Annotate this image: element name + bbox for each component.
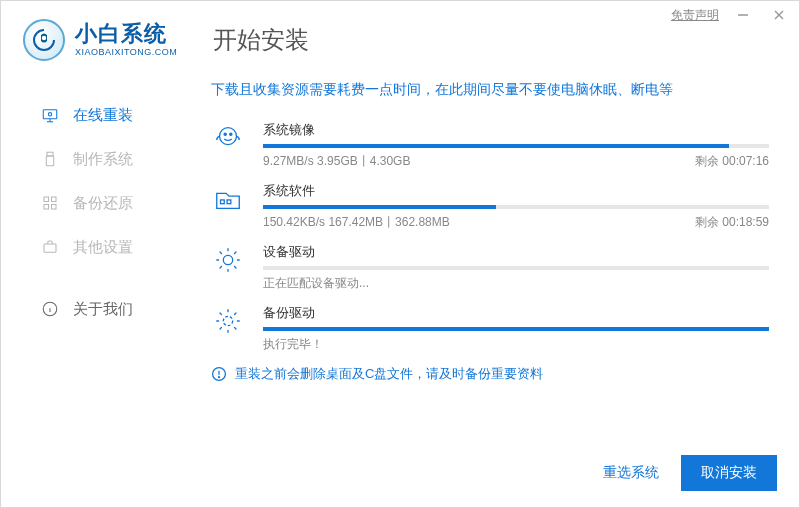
brand-sub: XIAOBAIXITONG.COM [75, 48, 177, 57]
sidebar-item-backup[interactable]: 备份还原 [1, 181, 177, 225]
task-status: 正在匹配设备驱动... [263, 275, 769, 292]
progress-bar [263, 266, 769, 270]
task-status: 执行完毕！ [263, 336, 769, 353]
svg-rect-4 [43, 110, 57, 119]
task-software: 系统软件 150.42KB/s 167.42MB丨362.88MB 剩余 00:… [211, 182, 769, 231]
disclaimer-link[interactable]: 免责声明 [671, 7, 719, 24]
monitor-icon [41, 106, 59, 124]
task-backup-drivers: 备份驱动 执行完毕！ [211, 304, 769, 353]
svg-point-3 [42, 36, 46, 40]
svg-rect-9 [46, 156, 54, 166]
warning-text: 重装之前会删除桌面及C盘文件，请及时备份重要资料 [235, 365, 543, 383]
svg-point-20 [230, 133, 232, 135]
svg-rect-10 [44, 197, 49, 202]
sidebar-item-make[interactable]: 制作系统 [1, 137, 177, 181]
close-button[interactable] [767, 3, 791, 27]
svg-point-23 [223, 255, 232, 264]
sidebar-item-label: 其他设置 [73, 238, 133, 257]
logo-icon [23, 19, 65, 61]
task-title: 系统软件 [263, 182, 769, 200]
svg-point-27 [219, 377, 220, 378]
svg-point-18 [220, 128, 237, 145]
task-remain: 剩余 00:18:59 [695, 214, 769, 231]
task-title: 设备驱动 [263, 243, 769, 261]
progress-bar [263, 144, 769, 148]
image-task-icon [211, 121, 245, 155]
main-content: 下载且收集资源需要耗费一点时间，在此期间尽量不要使电脑休眠、断电等 系统镜像 9… [177, 75, 799, 383]
cancel-install-button[interactable]: 取消安装 [681, 455, 777, 491]
software-task-icon [211, 182, 245, 216]
briefcase-icon [41, 238, 59, 256]
svg-rect-13 [52, 205, 57, 210]
page-title: 开始安装 [213, 24, 309, 56]
sidebar-item-reinstall[interactable]: 在线重装 [1, 93, 177, 137]
warning-icon [211, 366, 227, 382]
task-drivers: 设备驱动 正在匹配设备驱动... [211, 243, 769, 292]
warning-row: 重装之前会删除桌面及C盘文件，请及时备份重要资料 [211, 365, 769, 383]
sidebar-item-about[interactable]: 关于我们 [1, 287, 177, 331]
info-icon [41, 300, 59, 318]
svg-rect-21 [221, 200, 225, 204]
sidebar: 在线重装 制作系统 备份还原 其他设置 关于我们 [1, 75, 177, 383]
sidebar-item-label: 备份还原 [73, 194, 133, 213]
svg-point-24 [223, 316, 232, 325]
gear-icon [211, 243, 245, 277]
svg-rect-22 [227, 200, 231, 204]
progress-bar [263, 205, 769, 209]
install-notice: 下载且收集资源需要耗费一点时间，在此期间尽量不要使电脑休眠、断电等 [211, 81, 769, 99]
reselect-button[interactable]: 重选系统 [603, 464, 659, 482]
brand-name: 小白系统 [75, 23, 177, 45]
task-title: 系统镜像 [263, 121, 769, 139]
task-remain: 剩余 00:07:16 [695, 153, 769, 170]
task-detail: 150.42KB/s 167.42MB丨362.88MB [263, 214, 450, 231]
svg-rect-11 [52, 197, 57, 202]
sidebar-item-label: 制作系统 [73, 150, 133, 169]
svg-point-7 [48, 113, 51, 116]
progress-fill [263, 205, 496, 209]
svg-rect-14 [44, 244, 56, 252]
svg-rect-12 [44, 205, 49, 210]
task-system-image: 系统镜像 9.27MB/s 3.95GB丨4.30GB 剩余 00:07:16 [211, 121, 769, 170]
progress-fill [263, 327, 769, 331]
task-title: 备份驱动 [263, 304, 769, 322]
gear-dashed-icon [211, 304, 245, 338]
grid-icon [41, 194, 59, 212]
usb-icon [41, 150, 59, 168]
sidebar-item-label: 在线重装 [73, 106, 133, 125]
sidebar-item-settings[interactable]: 其他设置 [1, 225, 177, 269]
svg-point-19 [224, 133, 226, 135]
progress-bar [263, 327, 769, 331]
task-detail: 9.27MB/s 3.95GB丨4.30GB [263, 153, 410, 170]
svg-rect-8 [47, 152, 53, 156]
minimize-button[interactable] [731, 3, 755, 27]
sidebar-item-label: 关于我们 [73, 300, 133, 319]
progress-fill [263, 144, 729, 148]
